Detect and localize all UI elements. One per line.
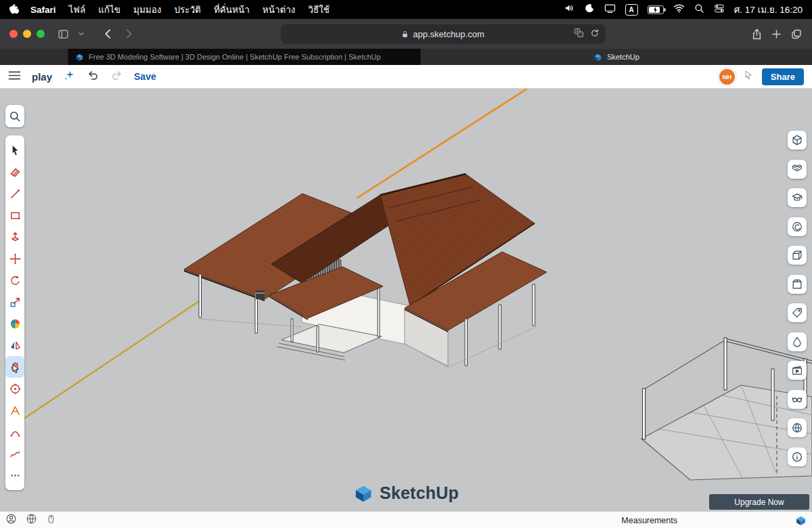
apple-menu-icon[interactable] [9,4,19,15]
tab-sketchup-app[interactable]: SketchUp [421,49,812,65]
scenes-panel-button[interactable] [788,361,807,380]
text-tool[interactable] [5,399,24,421]
view-menu[interactable]: มุมมอง [133,2,161,17]
tags-panel-button[interactable] [788,303,807,322]
input-source-badge[interactable]: A [625,4,638,16]
tool-palette [5,135,24,490]
file-menu[interactable]: ไฟล์ [69,2,86,17]
menubar-status-cluster: A ศ. 17 เม.ย. 16:20 [564,2,803,17]
address-bar[interactable]: app.sketchup.com [281,24,606,44]
outliner-panel-button[interactable] [788,275,807,294]
back-button[interactable] [102,28,114,40]
eraser-tool[interactable] [5,161,24,183]
forward-button[interactable] [122,28,135,40]
collaborator-cursor-icon[interactable] [743,70,754,84]
tab-title: SketchUp [607,53,639,61]
address-bar-wrap: app.sketchup.com [143,24,743,44]
tab-bar: Free 3D Modeling Software | 3D Design On… [0,49,812,65]
push-pull-tool[interactable] [5,226,24,248]
arc-tool[interactable] [5,421,24,443]
entity-info-panel-button[interactable] [788,131,807,150]
panels-rail [788,131,807,466]
window-menu[interactable]: หน้าต่าง [263,2,296,17]
measurements-label: Measurements [621,516,677,525]
select-tool[interactable] [5,139,24,161]
tab-title: Free 3D Modeling Software | 3D Design On… [89,53,381,61]
safari-menu[interactable]: Safari [30,5,56,15]
display-panel-button[interactable] [788,390,807,409]
hamburger-menu-icon[interactable] [8,70,21,83]
mouse-controls-icon[interactable] [46,513,56,528]
more-tools-button[interactable] [5,464,24,486]
model-name[interactable]: play [32,71,52,83]
focus-moon-icon[interactable] [585,3,595,16]
model-viewport[interactable] [0,89,812,511]
wifi-icon[interactable] [673,3,685,16]
minimize-window-button[interactable] [23,30,31,38]
sketchup-favicon [75,53,84,62]
history-menu[interactable]: ประวัติ [174,2,200,17]
materials-panel-button[interactable] [788,332,807,351]
redo-icon[interactable] [110,69,123,84]
styles-panel-button[interactable] [788,217,807,236]
new-tab-icon[interactable] [771,28,782,40]
help-menu[interactable]: วิธีใช้ [308,2,330,17]
share-button[interactable]: Share [762,68,804,85]
soften-edges-panel-button[interactable] [788,418,807,437]
watermark-text: SketchUp [380,483,459,503]
page-share-icon[interactable] [751,28,763,41]
line-tool[interactable] [5,183,24,204]
sketchup-logo [353,483,374,503]
menubar-clock[interactable]: ศ. 17 เม.ย. 16:20 [734,2,803,17]
sparkle-icon[interactable] [63,69,76,85]
app-toolbar: play Save NH Share [0,65,812,89]
app-toolbar-right: NH Share [719,68,804,85]
sketchup-watermark: SketchUp [353,483,459,503]
screen-mirroring-icon[interactable] [604,3,616,16]
sidebar-toggle-icon[interactable] [57,28,70,40]
status-bar: Measurements [0,511,812,528]
language-globe-icon[interactable] [26,513,37,527]
shapes-tool[interactable] [5,204,24,226]
views-panel-button[interactable] [788,246,807,265]
flip-tool[interactable] [5,334,24,356]
user-icon[interactable] [5,513,17,527]
battery-icon[interactable] [648,5,664,14]
edit-menu[interactable]: แก้ไข [98,2,120,17]
tab-sketchup-free[interactable]: Free 3D Modeling Software | 3D Design On… [68,49,421,65]
undo-icon[interactable] [87,69,99,84]
volume-icon[interactable] [564,3,575,16]
search-icon [9,110,21,123]
spotlight-search-icon[interactable] [694,3,704,16]
avatar[interactable]: NH [719,69,735,85]
tab-overview-icon[interactable] [790,28,803,40]
bookmarks-menu[interactable]: ที่คั่นหน้า [214,2,250,17]
rotate-tool[interactable] [5,269,24,291]
upgrade-now-button[interactable]: Upgrade Now [709,494,809,510]
components-panel-button[interactable] [788,160,807,179]
model-canvas: SketchUp Upgrade Now [0,89,812,511]
instructor-panel-button[interactable] [788,188,807,207]
save-button[interactable]: Save [134,71,156,82]
zoom-window-button[interactable] [37,30,45,38]
close-window-button[interactable] [9,30,18,38]
measurements-input[interactable] [684,514,788,527]
tab-bar-spacer [0,49,68,65]
browser-toolbar: app.sketchup.com [0,19,812,49]
control-center-icon[interactable] [714,3,725,16]
mouse-cursor [11,364,21,378]
scale-tool[interactable] [5,291,24,313]
house-model [184,174,547,368]
translate-icon[interactable] [574,28,584,40]
sketchup-corner-logo [795,514,807,526]
reload-icon[interactable] [590,28,600,40]
position-camera-tool[interactable] [5,378,24,399]
move-tool[interactable] [5,248,24,269]
sidebar-chevron-icon[interactable] [78,30,85,37]
paint-tool[interactable] [5,313,24,334]
info-panel-button[interactable] [788,447,807,466]
macos-menubar: Safari ไฟล์ แก้ไข มุมมอง ประวัติ ที่คั่น… [0,0,812,19]
search-tools-button[interactable] [5,105,24,127]
freehand-tool[interactable] [5,443,24,464]
floor-plan-structure [641,338,812,480]
